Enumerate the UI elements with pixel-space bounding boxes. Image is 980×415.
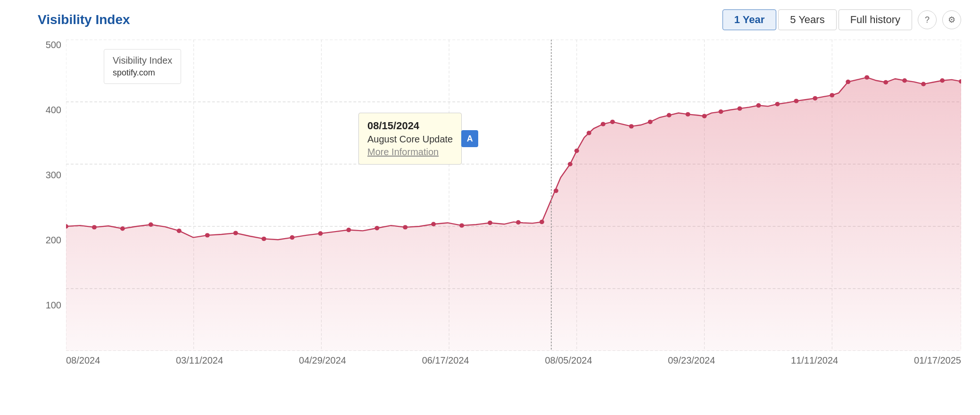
svg-point-20 [233,231,238,235]
time-controls: 1 Year 5 Years Full history ? ⚙ [723,9,961,30]
svg-point-39 [648,120,653,124]
svg-point-32 [554,189,558,193]
svg-point-51 [864,75,869,79]
tooltip-event: August Core Update [367,134,453,145]
svg-point-53 [902,78,907,83]
svg-point-48 [813,96,817,100]
help-icon[interactable]: ? [918,10,937,29]
y-label-300: 300 [38,170,66,181]
tooltip-badge: A [461,130,478,147]
svg-point-22 [290,235,295,240]
svg-point-28 [459,223,464,227]
svg-point-31 [540,220,544,224]
settings-icon[interactable]: ⚙ [942,10,961,29]
svg-point-44 [738,106,742,110]
svg-point-49 [830,93,834,97]
svg-point-38 [629,124,634,128]
svg-point-16 [120,226,125,231]
svg-point-52 [883,80,888,84]
one-year-button[interactable]: 1 Year [723,9,776,30]
x-label-3: 06/17/2024 [422,355,469,366]
svg-point-26 [403,225,407,229]
svg-point-41 [686,112,690,116]
svg-point-17 [149,223,153,227]
svg-point-47 [794,99,798,103]
svg-point-21 [262,237,266,241]
tooltip: 08/15/2024 August Core Update More Infor… [358,113,462,165]
chart-inner: Visibility Index spotify.com 08/15/2024 … [66,40,961,351]
x-label-5: 09/23/2024 [668,355,715,366]
y-label-200: 200 [38,235,66,246]
svg-point-24 [346,228,351,232]
y-axis: 500 400 300 200 100 [38,40,66,370]
svg-point-34 [574,149,579,153]
svg-point-45 [756,103,761,108]
svg-point-42 [702,114,707,118]
svg-point-37 [610,120,615,124]
five-years-button[interactable]: 5 Years [778,9,836,30]
tooltip-link[interactable]: More Information [367,147,453,158]
legend-box: Visibility Index spotify.com [104,49,181,84]
header: Visibility Index 1 Year 5 Years Full his… [38,9,961,30]
legend-title: Visibility Index [113,55,172,66]
svg-point-25 [374,226,379,230]
svg-point-35 [587,131,591,135]
chart-area: 500 400 300 200 100 [38,40,961,370]
chart-container: Visibility Index 1 Year 5 Years Full his… [0,0,980,415]
y-label-400: 400 [38,105,66,116]
x-label-7: 01/17/2025 [914,355,961,366]
svg-point-29 [488,221,492,225]
svg-point-15 [92,225,97,229]
x-label-6: 11/11/2024 [791,355,838,366]
x-label-1: 03/11/2024 [176,355,223,366]
svg-point-36 [601,122,606,126]
full-history-button[interactable]: Full history [839,9,912,30]
y-label-500: 500 [38,40,66,50]
x-label-4: 08/05/2024 [545,355,592,366]
svg-point-19 [205,233,210,237]
x-label-2: 04/29/2024 [299,355,346,366]
svg-point-18 [177,229,182,233]
svg-point-30 [516,220,521,224]
x-label-0: 08/2024 [66,355,100,366]
svg-point-55 [940,78,945,83]
svg-point-43 [719,109,723,114]
svg-point-33 [568,162,573,166]
svg-point-50 [846,80,850,84]
tooltip-date: 08/15/2024 [367,120,453,132]
svg-point-40 [667,113,672,117]
svg-point-46 [775,102,780,106]
y-label-100: 100 [38,300,66,311]
legend-domain: spotify.com [113,68,172,78]
x-axis: 08/2024 03/11/2024 04/29/2024 06/17/2024… [66,351,961,370]
chart-title: Visibility Index [38,12,130,27]
svg-point-27 [431,222,436,226]
chart-svg [66,40,961,351]
svg-point-23 [318,231,323,235]
svg-point-54 [921,82,926,86]
